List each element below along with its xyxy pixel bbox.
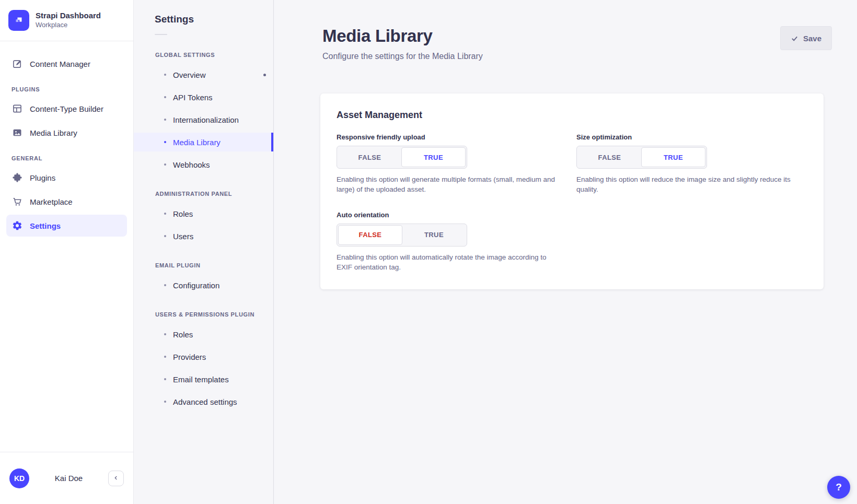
check-icon — [791, 34, 798, 42]
bullet-icon — [164, 333, 166, 335]
strapi-logo-icon — [8, 10, 29, 31]
subnav-item-internationalization[interactable]: Internationalization — [134, 110, 273, 129]
auto-orientation-toggle[interactable]: FALSE TRUE — [337, 224, 467, 247]
subnav-item-label: Providers — [173, 353, 206, 361]
subnav-item-label: Webhooks — [173, 160, 210, 169]
field-label: Auto orientation — [337, 211, 568, 219]
sidebar-item-media-library[interactable]: Media Library — [6, 122, 127, 144]
chevron-left-icon — [113, 475, 119, 481]
field-hint: Enabling this option will reduce the ima… — [576, 175, 802, 195]
subnav-item-api-tokens[interactable]: API Tokens — [134, 88, 273, 107]
field-size-optimization: Size optimization FALSE TRUE Enabling th… — [576, 133, 808, 195]
subnav-item-email-templates[interactable]: Email templates — [134, 370, 273, 389]
sidebar-item-marketplace[interactable]: Marketplace — [6, 191, 127, 213]
bullet-icon — [164, 163, 166, 166]
layout-icon — [11, 103, 23, 114]
subnav-item-label: Overview — [173, 71, 206, 79]
bullet-icon — [164, 119, 166, 121]
pen-icon — [11, 58, 23, 69]
subnav-item-up-roles[interactable]: Roles — [134, 325, 273, 344]
toggle-option-false[interactable]: FALSE — [338, 225, 402, 245]
toggle-option-true[interactable]: TRUE — [402, 225, 466, 245]
subnav-item-webhooks[interactable]: Webhooks — [134, 155, 273, 174]
subnav-item-email-configuration[interactable]: Configuration — [134, 276, 273, 295]
collapse-sidebar-button[interactable] — [108, 471, 124, 486]
sidebar-item-plugins[interactable]: Plugins — [6, 167, 127, 189]
subnav-section-title: GLOBAL SETTINGS — [155, 52, 273, 58]
subnav-item-advanced-settings[interactable]: Advanced settings — [134, 392, 273, 411]
subnav-item-label: Users — [173, 232, 193, 241]
cart-icon — [11, 196, 23, 207]
field-label: Size optimization — [576, 133, 808, 141]
sidebar-item-label: Content Manager — [30, 60, 90, 68]
subnav-section-global-settings: GLOBAL SETTINGS Overview API Tokens Inte… — [134, 52, 273, 174]
bullet-icon — [164, 356, 166, 358]
avatar[interactable]: KD — [9, 468, 29, 488]
help-button-label: ? — [836, 482, 842, 493]
subnav-item-media-library[interactable]: Media Library — [134, 133, 273, 151]
notification-dot-icon — [263, 74, 266, 76]
subnav-item-label: Internationalization — [173, 115, 239, 124]
sidebar-section-general: GENERAL — [11, 155, 127, 161]
field-hint: Enabling this option will generate multi… — [337, 175, 562, 195]
subnav-section-title: ADMINISTRATION PANEL — [155, 191, 273, 197]
settings-subnav-title: Settings — [155, 14, 273, 25]
field-hint: Enabling this option will automatically … — [337, 253, 562, 273]
subnav-item-overview[interactable]: Overview — [134, 65, 273, 84]
bullet-icon — [164, 378, 166, 380]
sidebar-item-content-type-builder[interactable]: Content-Type Builder — [6, 98, 127, 120]
field-auto-orientation: Auto orientation FALSE TRUE Enabling thi… — [337, 211, 568, 273]
subnav-item-label: Roles — [173, 209, 193, 218]
brand-workspace: Workplace — [36, 21, 101, 30]
toggle-option-true[interactable]: TRUE — [401, 147, 466, 167]
size-optimization-toggle[interactable]: FALSE TRUE — [576, 146, 707, 169]
field-responsive-friendly-upload: Responsive friendly upload FALSE TRUE En… — [337, 133, 568, 195]
sidebar-item-label: Settings — [30, 221, 61, 230]
save-button-label: Save — [803, 34, 821, 43]
sidebar-item-label: Media Library — [30, 128, 77, 137]
sidebar-item-label: Content-Type Builder — [30, 104, 103, 113]
puzzle-icon — [11, 172, 23, 183]
subnav-section-title: EMAIL PLUGIN — [155, 262, 273, 268]
subnav-section-title: USERS & PERMISSIONS PLUGIN — [155, 311, 273, 318]
user-name: Kai Doe — [29, 474, 108, 483]
card-title: Asset Management — [337, 110, 808, 121]
sidebar-section-plugins: PLUGINS — [11, 86, 127, 92]
asset-management-card: Asset Management Responsive friendly upl… — [320, 93, 824, 289]
toggle-option-true[interactable]: TRUE — [641, 147, 705, 167]
main-sidebar: Strapi Dashboard Workplace Content Manag… — [0, 0, 134, 504]
subnav-item-label: Roles — [173, 330, 193, 339]
settings-subnav: Settings GLOBAL SETTINGS Overview API To… — [134, 0, 274, 504]
page-subtitle: Configure the settings for the Media Lib… — [322, 52, 483, 61]
user-area: KD Kai Doe — [0, 452, 133, 504]
bullet-icon — [164, 213, 166, 215]
toggle-option-false[interactable]: FALSE — [338, 147, 401, 167]
page-header-text: Media Library Configure the settings for… — [322, 26, 483, 61]
subnav-item-admin-roles[interactable]: Roles — [134, 204, 273, 223]
responsive-friendly-upload-toggle[interactable]: FALSE TRUE — [337, 146, 467, 169]
save-button[interactable]: Save — [780, 26, 832, 50]
sidebar-item-settings[interactable]: Settings — [6, 215, 127, 237]
fields-grid: Responsive friendly upload FALSE TRUE En… — [337, 133, 808, 273]
toggle-option-false[interactable]: FALSE — [578, 147, 641, 167]
help-button[interactable]: ? — [827, 476, 850, 499]
subnav-item-label: API Tokens — [173, 93, 213, 102]
subnav-item-providers[interactable]: Providers — [134, 347, 273, 366]
subnav-item-label: Email templates — [173, 375, 229, 384]
bullet-icon — [164, 141, 166, 143]
bullet-icon — [164, 235, 166, 237]
page-header: Media Library Configure the settings for… — [274, 0, 857, 61]
gear-icon — [11, 220, 23, 231]
workspace-brand[interactable]: Strapi Dashboard Workplace — [0, 0, 133, 41]
bullet-icon — [164, 96, 166, 98]
image-icon — [11, 127, 23, 138]
sidebar-item-content-manager[interactable]: Content Manager — [6, 53, 127, 75]
page-title: Media Library — [322, 26, 483, 46]
divider — [155, 34, 167, 35]
subnav-item-admin-users[interactable]: Users — [134, 227, 273, 245]
sidebar-nav: Content Manager PLUGINS Content-Type Bui… — [0, 41, 133, 452]
bullet-icon — [164, 74, 166, 76]
bullet-icon — [164, 284, 166, 286]
main-content: Media Library Configure the settings for… — [274, 0, 857, 504]
subnav-section-administration-panel: ADMINISTRATION PANEL Roles Users — [134, 191, 273, 245]
